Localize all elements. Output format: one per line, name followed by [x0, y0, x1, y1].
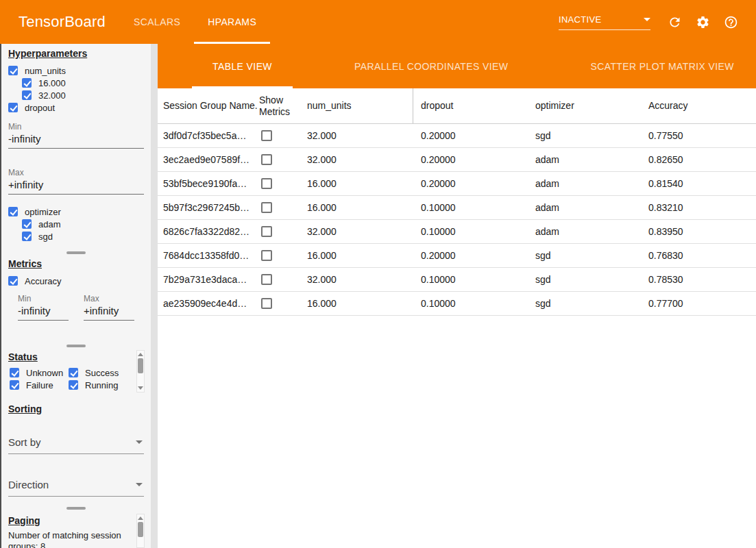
- dropout-max-field: Max: [8, 168, 144, 195]
- session-group-row: 5b97f3c2967245b… 16.000 0.10000 adam 0.8…: [158, 196, 756, 220]
- session-group-name: 5b97f3c2967245b…: [158, 202, 259, 213]
- checkbox-label: Accuracy: [25, 276, 61, 286]
- dropout-max-input[interactable]: [8, 177, 144, 195]
- header-optimizer: optimizer: [528, 100, 642, 112]
- show-metrics-cell: [259, 226, 307, 237]
- checkbox-dropout[interactable]: dropout: [8, 101, 144, 114]
- checkbox-label: dropout: [25, 103, 55, 113]
- scroll-up-icon[interactable]: [138, 516, 143, 520]
- status-scrollbar[interactable]: [136, 350, 145, 393]
- checkbox-icon: [8, 103, 18, 112]
- dropout-value: 0.10000: [413, 298, 528, 309]
- paging-scrollbar[interactable]: [136, 514, 145, 548]
- optimizer-value: sgd: [528, 130, 642, 141]
- session-group-name: 6826c7fa3322d82…: [158, 226, 259, 237]
- checkbox-label: optimizer: [25, 207, 61, 217]
- checkbox-accuracy[interactable]: Accuracy: [8, 275, 144, 287]
- scroll-up-icon[interactable]: [138, 353, 143, 356]
- checkbox-num-units-32[interactable]: 32.000: [22, 89, 144, 101]
- checkbox-status-success[interactable]: Success: [69, 366, 144, 379]
- checkbox-icon: [22, 232, 32, 241]
- dropout-min-input[interactable]: [8, 132, 144, 149]
- header-accuracy: Accuracy: [642, 100, 756, 112]
- dropout-value: 0.20000: [413, 178, 528, 189]
- show-metrics-checkbox[interactable]: [261, 226, 272, 237]
- checkbox-status-failure[interactable]: Failure: [10, 379, 69, 391]
- checkbox-icon: [10, 380, 19, 390]
- accuracy-value: 0.82650: [642, 154, 756, 165]
- reload-interval-select[interactable]: INACTIVE: [559, 14, 650, 30]
- direction-value: Direction: [8, 479, 49, 490]
- help-icon[interactable]: [722, 14, 739, 30]
- header-num-units: num_units: [307, 88, 413, 123]
- dropdown-arrow-icon: [644, 18, 650, 21]
- table-header-row: Session Group Name. Show Metrics num_uni…: [158, 88, 756, 124]
- sort-by-select[interactable]: Sort by: [8, 432, 144, 454]
- checkbox-num-units[interactable]: num_units: [8, 64, 144, 77]
- session-group-name: 7b29a731e3daca…: [158, 274, 259, 285]
- hparams-main: TABLE VIEW PARALLEL COORDINATES VIEW SCA…: [158, 44, 756, 548]
- drag-handle-icon: [66, 507, 86, 510]
- scrollbar-thumb[interactable]: [138, 358, 143, 373]
- pane-resize-handle[interactable]: [1, 342, 151, 349]
- checkbox-optimizer-adam[interactable]: adam: [22, 218, 144, 230]
- checkbox-icon: [69, 380, 78, 390]
- show-metrics-cell: [259, 274, 307, 285]
- dropout-value: 0.10000: [413, 274, 528, 285]
- header-show-metrics: Show Metrics: [259, 95, 307, 118]
- refresh-icon[interactable]: [666, 14, 683, 30]
- optimizer-value: adam: [528, 178, 642, 189]
- scrollbar-thumb[interactable]: [138, 522, 143, 537]
- tab-scatter-plot-matrix-view[interactable]: SCATTER PLOT MATRIX VIEW: [570, 44, 755, 88]
- checkbox-icon: [8, 66, 18, 75]
- tab-scalars[interactable]: SCALARS: [120, 0, 194, 44]
- show-metrics-checkbox[interactable]: [261, 298, 272, 309]
- checkbox-status-running[interactable]: Running: [69, 379, 144, 391]
- metrics-heading: Metrics: [8, 258, 144, 269]
- show-metrics-checkbox[interactable]: [261, 154, 272, 165]
- num-units-value: 32.000: [307, 274, 413, 285]
- header-dropout: dropout: [413, 100, 528, 112]
- pane-resize-handle[interactable]: [1, 249, 151, 256]
- optimizer-value: sgd: [528, 298, 642, 309]
- session-group-name: ae235909ec4e4d…: [158, 298, 259, 309]
- session-group-row: 3ec2aed9e07589f… 32.000 0.20000 adam 0.8…: [158, 148, 756, 172]
- show-metrics-checkbox[interactable]: [261, 130, 272, 141]
- show-metrics-checkbox[interactable]: [261, 250, 272, 261]
- checkbox-num-units-16[interactable]: 16.000: [22, 77, 144, 89]
- hparams-view-tabs: TABLE VIEW PARALLEL COORDINATES VIEW SCA…: [158, 44, 756, 88]
- metrics-max-input[interactable]: [84, 303, 134, 321]
- settings-gear-icon[interactable]: [694, 14, 711, 30]
- accuracy-value: 0.78530: [642, 274, 756, 285]
- checkbox-label: Running: [85, 380, 118, 390]
- drag-handle-icon: [66, 345, 86, 347]
- num-units-value: 16.000: [307, 178, 413, 189]
- tab-hparams[interactable]: HPARAMS: [194, 0, 270, 44]
- show-metrics-checkbox[interactable]: [261, 202, 272, 213]
- scroll-down-icon[interactable]: [138, 386, 143, 390]
- top-app-bar: TensorBoard SCALARS HPARAMS INACTIVE: [0, 0, 756, 44]
- checkbox-optimizer-sgd[interactable]: sgd: [22, 230, 144, 242]
- accuracy-value: 0.83950: [642, 226, 756, 237]
- show-metrics-checkbox[interactable]: [261, 178, 272, 189]
- session-group-row: 53bf5bece9190fa… 16.000 0.20000 adam 0.8…: [158, 172, 756, 196]
- direction-select[interactable]: Direction: [8, 475, 144, 497]
- checkbox-icon: [22, 90, 32, 100]
- max-label: Max: [84, 294, 134, 303]
- accuracy-value: 0.81540: [642, 178, 756, 189]
- pane-resize-handle[interactable]: [1, 505, 151, 511]
- tab-table-view[interactable]: TABLE VIEW: [192, 44, 293, 88]
- topbar-actions: INACTIVE: [559, 14, 756, 30]
- checkbox-icon: [22, 219, 32, 229]
- metrics-min-input[interactable]: [18, 303, 69, 321]
- show-metrics-cell: [259, 250, 307, 261]
- checkbox-icon: [8, 207, 18, 216]
- header-session-group-name: Session Group Name.: [158, 100, 259, 112]
- checkbox-optimizer[interactable]: optimizer: [8, 206, 144, 218]
- show-metrics-checkbox[interactable]: [261, 274, 272, 285]
- metrics-min-field: Min: [18, 294, 69, 321]
- checkbox-status-unknown[interactable]: Unknown: [10, 366, 69, 379]
- tab-parallel-coordinates-view[interactable]: PARALLEL COORDINATES VIEW: [334, 44, 528, 88]
- accuracy-value: 0.77550: [642, 130, 756, 141]
- accuracy-value: 0.83210: [642, 202, 756, 213]
